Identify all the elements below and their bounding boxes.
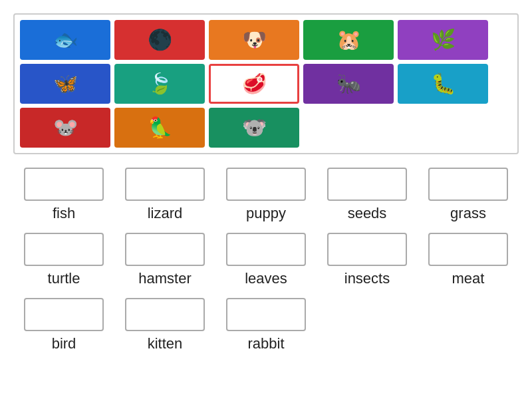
- bird-img-icon: 🐭: [53, 118, 78, 138]
- image-row: 🐭🦜🐨: [20, 108, 512, 148]
- label-row: fishlizardpuppyseedsgrass: [13, 168, 519, 222]
- label-item-rabbit-label: rabbit: [215, 298, 317, 352]
- image-row: 🦋🍃🥩🐜🐛: [20, 64, 512, 104]
- label-item-hamster-label: hamster: [114, 233, 215, 287]
- label-item-grass-label: grass: [418, 168, 519, 222]
- kitten-img-icon: 🦜: [148, 118, 172, 138]
- label-item-meat-label: meat: [418, 233, 519, 287]
- label-item-leaves-label: leaves: [215, 233, 317, 287]
- word-label-hamster-label: hamster: [138, 270, 191, 287]
- rabbit-img[interactable]: 🐨: [209, 108, 299, 148]
- grass-img[interactable]: 🌿: [398, 20, 488, 60]
- grass-img-icon: 🌿: [431, 30, 456, 50]
- rabbit-img-icon: 🐨: [242, 118, 267, 138]
- seeds-img-icon: 🌑: [148, 30, 172, 50]
- word-label-leaves-label: leaves: [245, 270, 287, 287]
- hamster-img[interactable]: 🐹: [303, 20, 394, 60]
- puppy-img[interactable]: 🐶: [209, 20, 299, 60]
- meat-img[interactable]: 🥩: [209, 64, 299, 104]
- word-label-meat-label: meat: [452, 270, 485, 287]
- label-item-kitten-label: kitten: [114, 298, 215, 352]
- drop-box-leaves-label[interactable]: [226, 233, 306, 266]
- hamster-img-icon: 🐹: [336, 30, 361, 50]
- bugs-img[interactable]: 🐛: [398, 64, 488, 104]
- word-label-fish-label: fish: [53, 205, 75, 222]
- drop-box-kitten-label[interactable]: [125, 298, 205, 331]
- leaves-img-icon: 🍃: [148, 74, 172, 94]
- drop-box-meat-label[interactable]: [428, 233, 508, 266]
- bird-img[interactable]: 🐭: [20, 108, 110, 148]
- insects-img[interactable]: 🐜: [303, 64, 394, 104]
- label-item-fish-label: fish: [13, 168, 114, 222]
- label-row: birdkittenrabbit: [13, 298, 519, 352]
- label-item-turtle-label: turtle: [13, 233, 114, 287]
- turtle-img[interactable]: 🦋: [20, 64, 110, 104]
- drop-box-turtle-label[interactable]: [24, 233, 104, 266]
- word-label-lizard-label: lizard: [148, 205, 183, 222]
- label-item-bird-label: bird: [13, 298, 114, 352]
- drop-box-grass-label[interactable]: [428, 168, 508, 201]
- word-label-rabbit-label: rabbit: [247, 335, 284, 352]
- drop-box-rabbit-label[interactable]: [226, 298, 306, 331]
- word-label-grass-label: grass: [450, 205, 486, 222]
- word-label-puppy-label: puppy: [246, 205, 286, 222]
- word-label-seeds-label: seeds: [348, 205, 387, 222]
- drop-box-bird-label[interactable]: [24, 298, 104, 331]
- word-label-insects-label: insects: [344, 270, 390, 287]
- word-label-bird-label: bird: [52, 335, 76, 352]
- image-row: 🐟🌑🐶🐹🌿: [20, 20, 512, 60]
- label-item-lizard-label: lizard: [114, 168, 215, 222]
- drop-box-puppy-label[interactable]: [226, 168, 306, 201]
- image-grid-container: 🐟🌑🐶🐹🌿🦋🍃🥩🐜🐛🐭🦜🐨: [13, 13, 519, 154]
- drop-box-lizard-label[interactable]: [125, 168, 205, 201]
- leaves-img[interactable]: 🍃: [114, 64, 205, 104]
- meat-img-icon: 🥩: [242, 74, 267, 94]
- drop-box-fish-label[interactable]: [24, 168, 104, 201]
- word-label-kitten-label: kitten: [148, 335, 183, 352]
- fish-img[interactable]: 🐟: [20, 20, 110, 60]
- label-item-puppy-label: puppy: [215, 168, 317, 222]
- seeds-img[interactable]: 🌑: [114, 20, 205, 60]
- kitten-img[interactable]: 🦜: [114, 108, 205, 148]
- drop-box-hamster-label[interactable]: [125, 233, 205, 266]
- drop-box-insects-label[interactable]: [327, 233, 407, 266]
- label-row: turtlehamsterleavesinsectsmeat: [13, 233, 519, 287]
- labels-section: fishlizardpuppyseedsgrassturtlehamsterle…: [13, 168, 519, 363]
- label-item-seeds-label: seeds: [317, 168, 418, 222]
- fish-img-icon: 🐟: [53, 30, 78, 50]
- insects-img-icon: 🐜: [336, 74, 361, 94]
- word-label-turtle-label: turtle: [48, 270, 80, 287]
- drop-box-seeds-label[interactable]: [327, 168, 407, 201]
- puppy-img-icon: 🐶: [242, 30, 267, 50]
- bugs-img-icon: 🐛: [431, 74, 456, 94]
- label-item-insects-label: insects: [317, 233, 418, 287]
- turtle-img-icon: 🦋: [53, 74, 78, 94]
